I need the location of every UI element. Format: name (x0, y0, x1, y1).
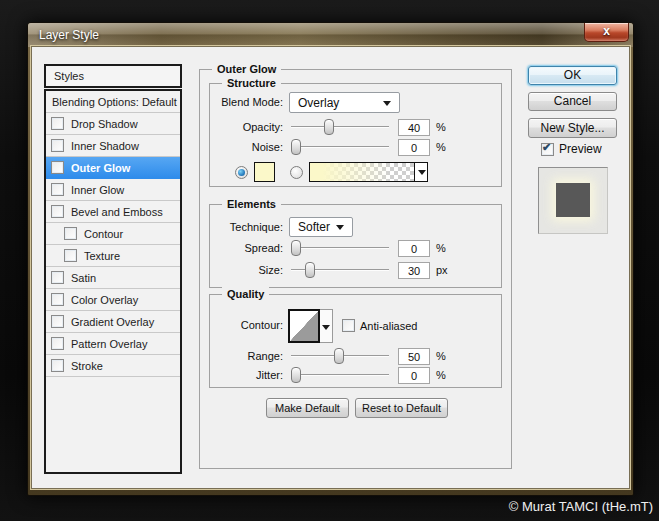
style-checkbox[interactable] (51, 205, 64, 218)
sidebar-item-bevel-and-emboss[interactable]: Bevel and Emboss (46, 201, 180, 223)
range-unit: % (436, 350, 446, 362)
noise-slider[interactable] (291, 139, 389, 155)
slider-thumb[interactable] (291, 240, 301, 256)
sidebar-item-label: Contour (84, 228, 123, 240)
contour-label: Contour: (132, 319, 283, 331)
anti-aliased-checkbox[interactable]: ✔ (342, 319, 355, 332)
opacity-input[interactable] (398, 119, 430, 136)
technique-label: Technique: (132, 221, 283, 233)
preview-layer-square (556, 183, 590, 217)
style-checkbox[interactable] (51, 315, 64, 328)
dialog-body: Styles Blending Options: Default Drop Sh… (32, 47, 629, 488)
sidebar-item-outer-glow[interactable]: Outer Glow (46, 157, 180, 179)
slider-thumb[interactable] (334, 348, 344, 364)
jitter-slider[interactable] (291, 367, 389, 383)
technique-dropdown[interactable]: Softer (289, 217, 353, 237)
preview-checkbox[interactable]: ✔ (541, 143, 554, 156)
style-checkbox[interactable] (51, 117, 64, 130)
blend-mode-label: Blend Mode: (132, 96, 283, 108)
size-input[interactable] (398, 262, 430, 279)
outer-glow-legend: Outer Glow (212, 62, 281, 77)
layer-style-dialog: Layer Style x Styles Blending Options: D… (27, 22, 634, 496)
sidebar-item-label: Texture (84, 250, 120, 262)
close-icon: x (603, 24, 610, 38)
glow-color-swatch[interactable] (254, 162, 275, 182)
size-unit: px (436, 264, 448, 276)
preview-thumbnail (538, 167, 608, 234)
range-input[interactable] (398, 348, 430, 365)
new-style-button[interactable]: New Style... (528, 118, 617, 138)
cancel-button[interactable]: Cancel (528, 92, 617, 111)
style-checkbox[interactable] (51, 359, 64, 372)
close-button[interactable]: x (584, 23, 629, 42)
slider-track (291, 374, 389, 376)
noise-unit: % (436, 141, 446, 153)
sidebar-item-label: Inner Shadow (71, 140, 139, 152)
styles-header-label: Styles (54, 70, 84, 82)
spread-unit: % (436, 242, 446, 254)
slider-thumb[interactable] (291, 367, 301, 383)
gradient-dropdown-arrow-icon[interactable] (414, 163, 427, 181)
slider-track (291, 146, 389, 148)
blend-mode-dropdown[interactable]: Overlay (289, 92, 400, 113)
contour-thumbnail[interactable] (288, 309, 320, 343)
sidebar-item-label: Bevel and Emboss (71, 206, 163, 218)
sidebar-item-label: Drop Shadow (71, 118, 138, 130)
check-icon: ✔ (542, 141, 551, 154)
preview-label: Preview (559, 142, 602, 156)
desktop-backdrop: { "window": { "title": "Layer Style", "c… (0, 0, 659, 521)
blend-mode-value: Overlay (298, 96, 339, 110)
contour-picker[interactable] (288, 309, 333, 343)
style-checkbox[interactable] (51, 139, 64, 152)
reset-to-default-button[interactable]: Reset to Default (355, 398, 448, 418)
noise-input[interactable] (398, 139, 430, 156)
slider-thumb[interactable] (305, 262, 315, 278)
range-slider[interactable] (291, 348, 389, 364)
sidebar-item-label: Stroke (71, 360, 103, 372)
noise-label: Noise: (132, 141, 283, 153)
jitter-label: Jitter: (132, 369, 283, 381)
anti-aliased-label: Anti-aliased (360, 320, 417, 332)
sidebar-item-inner-glow[interactable]: Inner Glow (46, 179, 180, 201)
sidebar-item-color-overlay[interactable]: Color Overlay (46, 289, 180, 311)
range-label: Range: (132, 350, 283, 362)
ok-button[interactable]: OK (528, 66, 617, 85)
opacity-slider[interactable] (291, 119, 389, 135)
opacity-label: Opacity: (132, 121, 283, 133)
style-checkbox[interactable] (64, 249, 77, 262)
sidebar-item-label: Inner Glow (71, 184, 124, 196)
solid-color-radio[interactable] (235, 166, 248, 179)
spread-slider[interactable] (291, 240, 389, 256)
credit-text: © Murat TAMCI (tHe.mT) (509, 499, 653, 514)
slider-track (291, 126, 389, 128)
glow-gradient-picker[interactable] (309, 162, 428, 182)
style-checkbox[interactable] (64, 227, 77, 240)
gradient-preview[interactable] (310, 163, 414, 181)
size-slider[interactable] (291, 262, 389, 278)
slider-thumb[interactable] (324, 119, 334, 135)
sidebar-item-label: Outer Glow (71, 162, 130, 174)
jitter-input[interactable] (398, 367, 430, 384)
sidebar-item-label: Pattern Overlay (71, 338, 147, 350)
technique-value: Softer (298, 220, 330, 234)
sidebar-item-label: Satin (71, 272, 96, 284)
structure-legend: Structure (222, 76, 281, 91)
contour-dropdown-arrow-icon[interactable] (320, 309, 333, 343)
make-default-button[interactable]: Make Default (266, 398, 349, 418)
style-checkbox[interactable] (51, 337, 64, 350)
title-bar[interactable]: Layer Style (28, 23, 633, 47)
slider-track (291, 247, 389, 249)
gradient-radio[interactable] (290, 166, 303, 179)
opacity-unit: % (436, 121, 446, 133)
slider-thumb[interactable] (291, 139, 301, 155)
style-checkbox[interactable] (51, 161, 64, 174)
style-checkbox[interactable] (51, 183, 64, 196)
size-label: Size: (132, 264, 283, 276)
elements-legend: Elements (222, 197, 281, 212)
style-checkbox[interactable] (51, 271, 64, 284)
spread-input[interactable] (398, 240, 430, 257)
styles-header[interactable]: Styles (44, 64, 182, 88)
sidebar-item-label: Color Overlay (71, 294, 138, 306)
jitter-unit: % (436, 369, 446, 381)
style-checkbox[interactable] (51, 293, 64, 306)
